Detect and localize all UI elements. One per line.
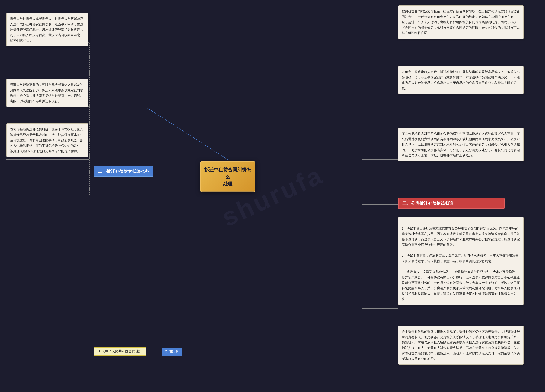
branch-2-label-text: 二、拆迁补偿款太低怎么办 bbox=[98, 169, 149, 174]
branch-3-label: 三、公房拆迁补偿款该归谁 bbox=[398, 198, 505, 209]
canvas: shurufa bbox=[0, 0, 545, 392]
left-box-3-text: 农村宅基地拆迁补偿的纠纷一般多于城市拆迁，因为被拆迁已经习惯于其农村的生活，让其… bbox=[10, 128, 83, 153]
right-box-3: 而且公房承租人对于所承租的公房的权利也不能以继承的方式转由其继承人享有，而只能通… bbox=[398, 128, 524, 161]
right-box-5: 关于拆迁补偿款的归属，根据相关规定，拆迁补偿的受偿方为被拆迁人，即被拆迁房屋的所… bbox=[398, 326, 524, 365]
left-box-1: 拆迁人与被拆迁人或者拆迁人、被拆迁人与房屋承租人达不成拆迁补偿安置协议的，经当事… bbox=[6, 13, 88, 46]
right-box-4-text: 1、协议本身因违反法律或北京市有关公房租赁的强制性规定而无效。以笔者重理的信息这… bbox=[402, 227, 520, 301]
center-node: 拆迁中租赁合同纠纷怎么 处理 bbox=[200, 161, 255, 192]
right-box-5-text: 关于拆迁补偿款的归属，根据相关规定，拆迁补偿的受偿方为被拆迁人，即被拆迁房屋的所… bbox=[402, 330, 520, 361]
left-box-2-text: 当事人对裁决不服的，可以自裁决书送达之日起3个月内向人民法院起诉。拆迁人依照本条… bbox=[10, 83, 83, 103]
left-box-1-text: 拆迁人与被拆迁人或者拆迁人、被拆迁人与房屋承租人达不成拆迁补偿安置协议的，经当事… bbox=[10, 17, 83, 42]
right-box-1-text: 按照租赁合同约定支付租金，出租方行使合同解除权，在出租方与承租方的《租赁合同》当… bbox=[402, 9, 520, 35]
right-box-4: 1、协议本身因违反法律或北京市有关公房租赁的强制性规定而无效。以笔者重理的信息这… bbox=[398, 217, 524, 305]
right-box-2: 在确定了公房承租人之后，拆迁补偿款的归属与继承的问题就容易解决了，但首先必须明确… bbox=[398, 66, 524, 94]
right-box-1: 按照租赁合同约定支付租金，出租方行使合同解除权，在出租方与承租方的《租赁合同》当… bbox=[398, 5, 524, 39]
cite-button[interactable]: 引用法条 bbox=[162, 348, 182, 356]
right-box-2-text: 在确定了公房承租人之后，拆迁补偿款的归属与继承的问题就容易解决了，但首先必须明确… bbox=[402, 70, 520, 90]
left-box-2: 当事人对裁决不服的，可以自裁决书送达之日起3个月内向人民法院起诉。拆迁人依照本条… bbox=[6, 79, 88, 107]
right-box-3-text: 而且公房承租人对于所承租的公房的权利也不能以继承的方式转由其继承人享有，而只能通… bbox=[402, 132, 520, 157]
left-box-3: 农村宅基地拆迁补偿的纠纷一般多于城市拆迁，因为被拆迁已经习惯于其农村的生活，让其… bbox=[6, 123, 88, 157]
law-ref-box: [1]《中华人民共和国合同法》 bbox=[94, 347, 146, 356]
law-ref-text: [1]《中华人民共和国合同法》 bbox=[98, 349, 142, 353]
branch-3-label-text: 三、公房拆迁补偿款该归谁 bbox=[402, 201, 453, 206]
center-node-text: 拆迁中租赁合同纠纷怎么 处理 bbox=[204, 167, 251, 186]
branch-2-label: 二、拆迁补偿款太低怎么办 bbox=[94, 166, 153, 177]
svg-line-8 bbox=[145, 106, 228, 159]
cite-button-label: 引用法条 bbox=[165, 350, 179, 354]
